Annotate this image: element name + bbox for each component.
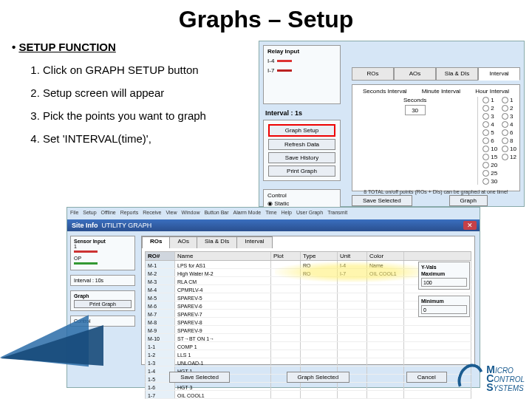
table-row[interactable]: 1-3UNLOAD-1: [145, 358, 471, 366]
table-row[interactable]: 1-1COMP 1: [145, 342, 471, 350]
control-label: Control: [267, 192, 336, 199]
interval-note: 8 TOTAL on/off points (ROs + DIs) can be…: [355, 189, 516, 194]
graph-button-group: Graph Setup Refresh Data Save History Pr…: [263, 120, 341, 181]
logo-swoosh-icon: [458, 364, 483, 395]
cancel-button[interactable]: Cancel: [406, 372, 447, 383]
mcs-logo: MICRO CONTROL SYSTEMS: [458, 364, 525, 395]
tab-ros-bm[interactable]: ROs: [142, 236, 170, 248]
sensor-input-group: Sensor Input 1 OP: [70, 236, 135, 270]
menu-item[interactable]: View: [166, 210, 177, 215]
table-row[interactable]: M-9SPAREV-9: [145, 326, 471, 334]
relay-input-box: Relay Input I-4 I-7: [263, 45, 341, 104]
min-box: Minimum 0: [418, 296, 470, 317]
maximum-input[interactable]: 100: [421, 278, 467, 287]
minute-interval-header: Minute Interval: [422, 88, 460, 95]
save-history-button[interactable]: Save History: [268, 152, 335, 163]
minute-option[interactable]: 5: [482, 129, 497, 136]
menu-item[interactable]: Help: [282, 210, 292, 215]
ro-selection-panel: FileSetupOfflineReportsReceiveViewWindow…: [66, 207, 480, 388]
minute-options: 1234561015202530: [482, 97, 497, 185]
relay-row: I-7: [267, 67, 336, 74]
menu-item[interactable]: Receive: [143, 210, 161, 215]
minute-option[interactable]: 15: [482, 154, 497, 160]
minute-option[interactable]: 1: [482, 97, 497, 103]
menu-item[interactable]: Reports: [120, 210, 139, 215]
menu-item[interactable]: Alarm Mode: [233, 210, 262, 215]
graph-selected-button[interactable]: Graph Selected: [287, 372, 350, 383]
table-row[interactable]: 1-6HGT 3: [145, 383, 471, 391]
hour-option[interactable]: 2: [502, 105, 516, 112]
minimum-input[interactable]: 0: [421, 305, 467, 314]
graph-button[interactable]: Graph: [449, 195, 488, 206]
interval-tabs: ROs AOs Sla & DIs Interval: [352, 67, 520, 81]
minute-option[interactable]: 30: [482, 178, 497, 185]
minute-option[interactable]: 2: [482, 105, 497, 112]
menu-item[interactable]: Window: [182, 210, 200, 215]
menu-item[interactable]: Time: [265, 210, 276, 215]
relay-input-label: Relay Input: [267, 48, 336, 55]
graph-setup-panel: Relay Input I-4 I-7 Interval : 1s Graph …: [259, 41, 525, 207]
hour-option[interactable]: 6: [502, 129, 516, 136]
graph-group-bm: Graph Print Graph: [70, 290, 135, 311]
step-1: Click on GRAPH SETUP button: [43, 64, 266, 76]
tab-sla-dis-bm[interactable]: Sla & DIs: [197, 236, 237, 248]
minute-option[interactable]: 25: [482, 170, 497, 177]
tab-ros[interactable]: ROs: [352, 67, 394, 81]
seconds-label: Seconds: [355, 97, 474, 103]
minute-option[interactable]: 10: [482, 146, 497, 152]
save-selected-button-bm[interactable]: Save Selected: [169, 372, 230, 383]
seconds-interval-header: Seconds Interval: [363, 88, 407, 95]
steps-list: Click on GRAPH SETUP button Setup screen…: [43, 64, 266, 145]
instruction-block: SETUP FUNCTION Click on GRAPH SETUP butt…: [22, 41, 266, 155]
ro-table-area: ROs AOs Sla & DIs Interval RO# Name Plot…: [141, 236, 475, 365]
relay-row: I-4: [267, 58, 336, 64]
menu-item[interactable]: Offline: [101, 210, 116, 215]
hour-options: 1234681012: [502, 97, 516, 185]
seconds-value[interactable]: 30: [405, 105, 426, 115]
print-graph-button[interactable]: Print Graph: [268, 166, 335, 177]
static-radio[interactable]: ◉ Static: [267, 200, 336, 207]
minute-option[interactable]: 20: [482, 162, 497, 168]
table-header: RO# Name Plot Type Unit Color: [145, 251, 471, 261]
menu-bar: FileSetupOfflineReportsReceiveViewWindow…: [70, 210, 347, 215]
window-titlebar: Site Info UTILITY GRAPH ✕: [67, 219, 480, 231]
menu-item[interactable]: File: [70, 210, 78, 215]
table-row[interactable]: 1-2LLS 1: [145, 350, 471, 358]
minute-option[interactable]: 3: [482, 113, 497, 120]
hour-option[interactable]: 12: [502, 154, 516, 160]
minute-option[interactable]: 4: [482, 121, 497, 128]
menu-item[interactable]: User Graph: [296, 210, 323, 215]
hour-option[interactable]: 8: [502, 137, 516, 144]
tab-interval-bm[interactable]: Interval: [236, 236, 272, 248]
section-heading: SETUP FUNCTION: [22, 41, 266, 53]
close-icon[interactable]: ✕: [463, 221, 477, 230]
decorative-triangle: [0, 318, 103, 366]
refresh-data-button[interactable]: Refresh Data: [268, 139, 335, 150]
table-row[interactable]: M-10ST→BT ON 1→: [145, 334, 471, 342]
graph-setup-button[interactable]: Graph Setup: [268, 124, 335, 137]
tab-sla-dis[interactable]: Sla & DIs: [436, 67, 478, 81]
menu-item[interactable]: Setup: [83, 210, 96, 215]
step-2: Setup screen will appear: [43, 86, 266, 99]
hour-option[interactable]: 1: [502, 97, 516, 103]
minute-option[interactable]: 6: [482, 137, 497, 144]
step-4: Set 'INTERVAL(time)',: [43, 132, 266, 145]
table-row[interactable]: 1-7OIL COOL1: [145, 391, 471, 399]
hour-interval-header: Hour Interval: [475, 88, 509, 95]
hour-option[interactable]: 4: [502, 121, 516, 128]
save-selected-button[interactable]: Save Selected: [352, 195, 412, 206]
tab-aos[interactable]: AOs: [394, 67, 436, 81]
interval-label: Interval : 1s: [265, 109, 302, 117]
tab-aos-bm[interactable]: AOs: [169, 236, 197, 248]
step-3: Pick the points you want to graph: [43, 109, 266, 122]
menu-item[interactable]: Transmit: [327, 210, 347, 215]
interval-readout: Interval : 10s: [70, 275, 135, 286]
tab-interval[interactable]: Interval: [478, 67, 520, 81]
yvals-box: Y-Vals Maximum 100: [418, 262, 470, 290]
hour-option[interactable]: 3: [502, 113, 516, 120]
hour-option[interactable]: 10: [502, 146, 516, 152]
menu-item[interactable]: Button Bar: [204, 210, 228, 215]
slide-title: Graphs – Setup: [0, 6, 532, 33]
interval-panel: Seconds Interval Minute Interval Hour In…: [352, 84, 520, 191]
print-graph-button-bm[interactable]: Print Graph: [74, 300, 132, 308]
